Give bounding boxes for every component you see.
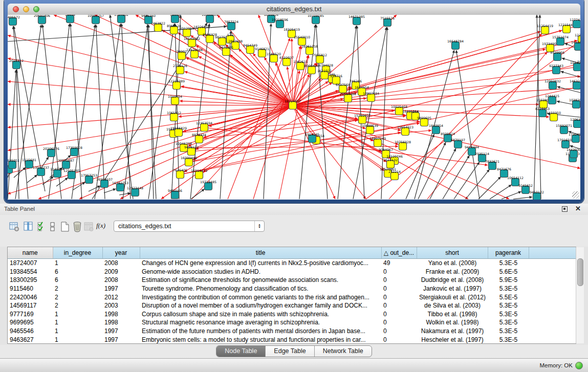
- citing-node[interactable]: [539, 110, 547, 117]
- function-builder-icon[interactable]: f(x): [96, 222, 105, 230]
- column-header-title[interactable]: title: [140, 247, 381, 259]
- citation-edge-red[interactable]: [293, 105, 335, 199]
- citing-node[interactable]: [48, 149, 55, 157]
- citation-edge-black[interactable]: [454, 162, 480, 199]
- cited-node[interactable]: [195, 171, 203, 179]
- close-panel-icon[interactable]: ✕: [575, 205, 581, 212]
- table-scrollbar[interactable]: [576, 247, 584, 343]
- table-row[interactable]: 946554611997Estimation of the future num…: [8, 327, 576, 336]
- citation-edge-red[interactable]: [190, 35, 289, 103]
- citing-node[interactable]: [533, 193, 541, 200]
- cited-node[interactable]: [316, 56, 324, 63]
- citing-node[interactable]: [452, 42, 460, 50]
- citing-node[interactable]: [171, 191, 179, 199]
- cited-node[interactable]: [366, 126, 374, 134]
- citing-node[interactable]: [384, 19, 391, 27]
- cited-node[interactable]: [297, 62, 304, 70]
- citing-node[interactable]: [574, 120, 581, 128]
- citing-node[interactable]: [228, 23, 235, 30]
- citation-edge-black[interactable]: [123, 25, 148, 199]
- citation-edge-red[interactable]: [287, 67, 292, 101]
- tab-node-table[interactable]: Node Table: [216, 346, 266, 357]
- citing-node[interactable]: [572, 135, 580, 143]
- citation-edge-red[interactable]: [8, 104, 293, 105]
- citing-node[interactable]: [26, 161, 33, 168]
- citation-edge-black[interactable]: [456, 50, 480, 199]
- cited-node[interactable]: [206, 35, 214, 43]
- cited-node[interactable]: [283, 58, 291, 66]
- table-row[interactable]: 969969511998Structural magnetic resonanc…: [8, 318, 576, 327]
- citing-node[interactable]: [85, 176, 93, 184]
- cited-node[interactable]: [550, 114, 558, 121]
- cited-node[interactable]: [541, 27, 549, 34]
- citing-node[interactable]: [553, 67, 560, 74]
- table-row[interactable]: 1830029562008Estimation of significance …: [8, 276, 576, 285]
- cited-node[interactable]: [155, 24, 162, 32]
- citation-edge-red[interactable]: [297, 32, 541, 104]
- tab-edge-table[interactable]: Edge Table: [266, 346, 314, 357]
- cited-node[interactable]: [170, 27, 178, 34]
- tab-network-table[interactable]: Network Table: [315, 346, 372, 357]
- cited-node[interactable]: [185, 159, 193, 166]
- cited-node[interactable]: [321, 72, 329, 79]
- citation-edge-black[interactable]: [561, 72, 580, 77]
- citing-node[interactable]: [132, 189, 139, 196]
- row-height-icon[interactable]: [47, 221, 58, 232]
- citing-node[interactable]: [206, 15, 214, 23]
- citing-node[interactable]: [573, 82, 581, 90]
- float-panel-icon[interactable]: [562, 206, 568, 212]
- table-row[interactable]: 946362711997Embryonic stem cells: a mode…: [8, 335, 576, 344]
- citation-edge-black[interactable]: [95, 24, 121, 199]
- table-row[interactable]: 1938455462009Genome-wide association stu…: [8, 268, 576, 276]
- network-window[interactable]: citations_edges.txt 18724007746382289601…: [4, 0, 584, 203]
- cited-node[interactable]: [183, 29, 191, 37]
- cited-node[interactable]: [359, 116, 366, 124]
- memory-ok-icon[interactable]: [575, 362, 583, 369]
- citing-node[interactable]: [92, 16, 100, 24]
- citation-edge-black[interactable]: [466, 169, 489, 199]
- citing-node[interactable]: [573, 20, 581, 28]
- citing-node[interactable]: [205, 183, 212, 190]
- cited-node[interactable]: [171, 97, 179, 105]
- table-scrollbar-thumb[interactable]: [577, 258, 583, 286]
- cited-node[interactable]: [223, 48, 230, 56]
- citing-node[interactable]: [454, 141, 462, 148]
- citing-node[interactable]: [489, 162, 496, 170]
- citation-edge-red[interactable]: [8, 105, 293, 150]
- citing-node[interactable]: [432, 126, 440, 134]
- citing-node[interactable]: [309, 135, 316, 143]
- citing-node[interactable]: [118, 15, 125, 23]
- column-header-year[interactable]: year: [102, 247, 140, 259]
- citation-edge-black[interactable]: [13, 26, 28, 199]
- citation-edge-black[interactable]: [96, 25, 105, 199]
- citation-edge-black[interactable]: [121, 24, 130, 199]
- table-row[interactable]: 1456911722003Disruption of a novel membe…: [8, 301, 576, 310]
- citing-node[interactable]: [37, 168, 45, 176]
- cited-node[interactable]: [308, 67, 316, 74]
- cited-node[interactable]: [177, 67, 184, 74]
- citing-node[interactable]: [117, 184, 124, 191]
- citing-node[interactable]: [13, 61, 20, 69]
- column-header-pagerank[interactable]: pagerank: [488, 247, 529, 259]
- citing-node[interactable]: [574, 63, 581, 71]
- citing-node[interactable]: [573, 101, 580, 108]
- node-table-header[interactable]: namein_degreeyeartitle△ out_de...shortpa…: [8, 247, 576, 259]
- citation-edge-black[interactable]: [502, 191, 521, 199]
- cited-node[interactable]: [391, 172, 399, 180]
- citation-edge-black[interactable]: [8, 70, 16, 199]
- network-window-titlebar[interactable]: citations_edges.txt: [8, 4, 580, 15]
- delete-table-icon[interactable]: [72, 221, 83, 232]
- cited-node[interactable]: [270, 55, 278, 62]
- citation-edge-red[interactable]: [293, 105, 580, 168]
- citation-edge-red[interactable]: [188, 146, 398, 148]
- citing-node[interactable]: [145, 16, 153, 24]
- column-header-short[interactable]: short: [417, 247, 488, 259]
- citing-node[interactable]: [101, 180, 108, 188]
- citation-edge-black[interactable]: [316, 25, 328, 199]
- cited-node[interactable]: [563, 26, 571, 33]
- citing-node[interactable]: [54, 170, 61, 178]
- select-all-check-icon[interactable]: [36, 221, 48, 232]
- cited-node[interactable]: [178, 52, 186, 60]
- cited-node[interactable]: [170, 114, 178, 121]
- column-header-out_de[interactable]: △ out_de...: [381, 247, 417, 259]
